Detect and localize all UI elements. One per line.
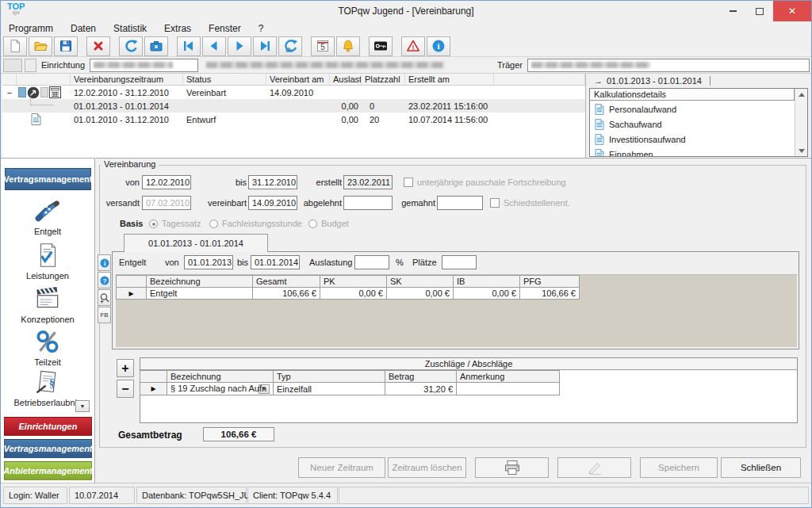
period-tab[interactable]: 01.01.2013 - 01.01.2014 [124, 234, 268, 252]
scroll-up-icon[interactable] [796, 89, 807, 100]
sidebar-item-teilzeit[interactable]: Teilzeit [1, 327, 94, 367]
entgelt-bis-field[interactable]: 01.01.2014 [251, 255, 300, 269]
tab-divider [710, 76, 710, 86]
bis-field[interactable]: 31.12.2010 [248, 175, 297, 189]
sidebar-item-entgelt[interactable]: Entgelt [1, 197, 94, 236]
nav-first-button[interactable] [177, 36, 201, 56]
list-item[interactable]: Investitionsaufwand [590, 132, 795, 147]
fb-label: FB [100, 311, 108, 319]
list-item[interactable]: Personalaufwand [590, 101, 795, 116]
section-einrichtungen[interactable]: Einrichtungen [4, 417, 92, 436]
versandt-field[interactable]: 07.02.2010 [142, 196, 191, 210]
radio-fachleistungsstunde[interactable] [209, 220, 218, 228]
add-zuschlag-button[interactable]: + [117, 359, 134, 377]
calendar-button[interactable]: 5 [311, 36, 335, 56]
entgelt-grid-row[interactable]: ▶ Entgelt 106,66 € 0,00 € 0,00 € 0,00 € … [117, 288, 580, 300]
delete-button[interactable] [86, 36, 110, 56]
col-platzzahl[interactable]: Platzzahl [362, 74, 405, 85]
list-item[interactable]: Einnahmen [590, 147, 795, 156]
scrollbar[interactable] [795, 89, 807, 156]
col-bezeichnung[interactable]: Bezeichnung [147, 276, 253, 288]
protocol-button[interactable] [557, 457, 631, 478]
col-vereinbarungszeitraum[interactable]: Vereinbarungszeitraum [71, 74, 183, 85]
new-document-button[interactable] [3, 36, 27, 56]
fortschreibung-checkbox[interactable] [404, 178, 413, 187]
sidebar-more-button[interactable]: ▼ [75, 400, 90, 412]
col-status[interactable]: Status [183, 74, 266, 85]
snapshot-button[interactable] [144, 36, 168, 56]
von-field[interactable]: 12.02.2010 [142, 175, 191, 189]
nav-previous-button[interactable] [202, 36, 226, 56]
undo-button[interactable] [119, 36, 143, 56]
col-pk[interactable]: PK [320, 276, 387, 288]
vereinbart-field[interactable]: 14.09.2010 [248, 196, 297, 210]
refresh-home-button[interactable] [278, 36, 302, 56]
entgelt-von-field[interactable]: 01.01.2013 [184, 255, 233, 269]
auslastung-field[interactable] [354, 255, 389, 269]
sidebar-item-leistungen[interactable]: Leistungen [1, 241, 94, 281]
password-key-button[interactable] [369, 36, 393, 56]
expander-icon[interactable]: − [2, 88, 17, 97]
open-folder-button[interactable] [29, 36, 52, 56]
abgelehnt-field[interactable] [343, 196, 393, 210]
col-ib[interactable]: IB [454, 276, 520, 288]
menu-programm[interactable]: Programm [9, 23, 62, 34]
erstellt-field[interactable]: 23.02.2011 [343, 175, 393, 189]
print-button[interactable] [475, 457, 549, 478]
tree-row[interactable]: − 12.02.2010 - 31.12.2010 Vereinbart 14.… [2, 86, 585, 99]
col-erstellt-am[interactable]: Erstellt am [405, 74, 494, 85]
radio-tagessatz[interactable] [149, 220, 158, 228]
save-button[interactable] [54, 36, 78, 56]
col-z-typ[interactable]: Typ [274, 371, 385, 383]
nav-last-button[interactable] [253, 36, 277, 56]
info-mini-button[interactable]: i [98, 254, 111, 271]
section-vertragsmanagement[interactable]: Vertragsmanagement [4, 439, 92, 458]
reminder-bell-button[interactable] [336, 36, 360, 56]
menu-statistik[interactable]: Statistik [113, 23, 155, 34]
speichern-button[interactable]: Speichern [640, 457, 718, 478]
col-gesamt[interactable]: Gesamt [253, 276, 320, 288]
col-z-betrag[interactable]: Betrag [385, 371, 457, 383]
remove-zuschlag-button[interactable]: − [117, 380, 134, 398]
col-auslastung[interactable]: Auslastung [330, 74, 362, 85]
tree-row[interactable]: 01.01.2010 - 31.12.2010 Entwurf 0,00 20 … [2, 113, 585, 126]
svg-text:5: 5 [320, 43, 325, 52]
warning-button[interactable]: ! [401, 36, 425, 56]
sidebar-item-konzeptionen[interactable]: Konzeptionen [1, 285, 94, 324]
radio-budget[interactable] [308, 220, 317, 228]
maximize-button[interactable] [746, 1, 773, 21]
col-z-anmerkung[interactable]: Anmerkung [457, 371, 560, 383]
help-mini-button[interactable]: ? [98, 272, 111, 288]
menu-extras[interactable]: Extras [164, 23, 200, 34]
list-item[interactable]: Sachaufwand [590, 116, 795, 132]
zeitraum-loeschen-button[interactable]: Zeitraum löschen [388, 457, 466, 478]
col-pfg[interactable]: PFG [520, 276, 580, 288]
fb-button[interactable]: FB [98, 307, 111, 323]
col-vereinbart-am[interactable]: Vereinbart am [266, 74, 330, 85]
menu-hilfe[interactable]: ? [259, 23, 273, 34]
menu-daten[interactable]: Daten [71, 23, 105, 34]
chevron-down-icon: ▼ [80, 403, 86, 409]
schiedstelle-checkbox[interactable] [490, 198, 500, 208]
minimize-button[interactable] [719, 1, 746, 21]
einrichtung-code-field[interactable] [90, 59, 198, 72]
scroll-down-icon[interactable] [796, 145, 807, 156]
close-button[interactable]: ✕ [773, 1, 811, 21]
tree-row-selected[interactable]: 01.01.2013 - 01.01.2014 0,00 0 23.02.201… [2, 99, 585, 113]
redacted-text [206, 62, 444, 68]
nav-next-button[interactable] [228, 36, 251, 56]
schliessen-button[interactable]: Schließen [721, 457, 801, 478]
search-mini-button[interactable] [98, 289, 111, 306]
traeger-field[interactable] [527, 59, 810, 72]
col-z-bezeichnung[interactable]: Bezeichnung [167, 371, 274, 383]
info-button[interactable]: i [427, 36, 450, 56]
section-anbietermanagement[interactable]: Anbietermanagement [4, 461, 92, 480]
col-sk[interactable]: SK [387, 276, 454, 288]
zuschlaege-row[interactable]: ▶ ▼§ 19 Zuschlag nach Aufn Einzelfall 31… [140, 383, 560, 395]
neuer-zeitraum-button[interactable]: Neuer Zeitraum [298, 457, 385, 478]
kalkulation-period-tab[interactable]: → 01.01.2013 - 01.01.2014 [588, 74, 810, 87]
gemahnt-field[interactable] [437, 196, 483, 210]
plaetze-field[interactable] [442, 255, 477, 269]
close-icon: ✕ [788, 6, 796, 17]
menu-fenster[interactable]: Fenster [209, 23, 250, 34]
